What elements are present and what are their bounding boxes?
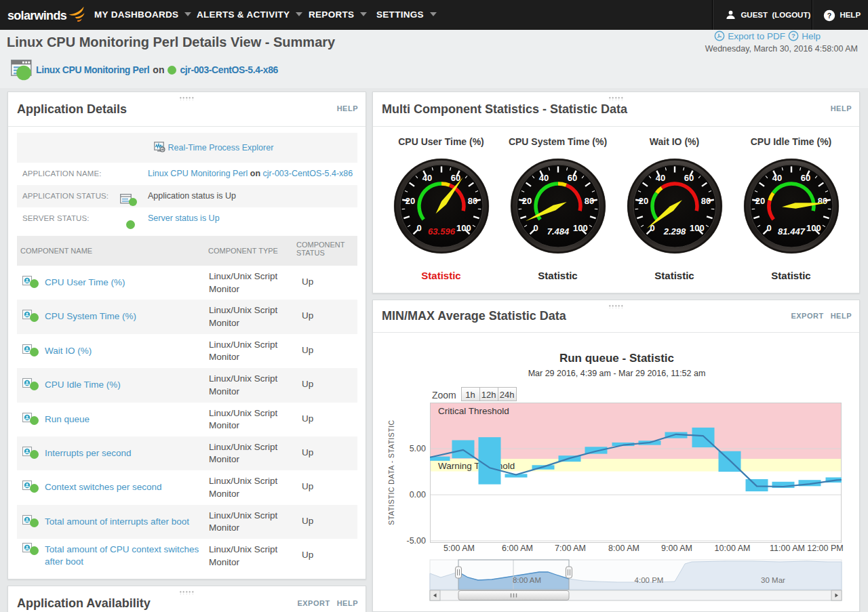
svg-text:20: 20 — [521, 196, 531, 206]
svg-text:5.00: 5.00 — [410, 444, 426, 453]
svg-text:9:00 AM: 9:00 AM — [661, 544, 692, 553]
svg-text:80: 80 — [467, 196, 477, 206]
svg-text:100: 100 — [573, 223, 588, 233]
svg-text:80: 80 — [701, 196, 710, 206]
svg-text:20: 20 — [638, 196, 648, 206]
svg-text:7:00 AM: 7:00 AM — [555, 544, 586, 553]
svg-text:100: 100 — [806, 223, 821, 233]
svg-text:60: 60 — [800, 173, 810, 183]
svg-text:7.484: 7.484 — [547, 226, 569, 237]
svg-text:80: 80 — [584, 196, 593, 206]
svg-text:0.00: 0.00 — [410, 490, 426, 499]
svg-text:100: 100 — [456, 223, 471, 233]
svg-text:40: 40 — [655, 173, 665, 183]
svg-text:0: 0 — [533, 223, 538, 233]
svg-text:0: 0 — [416, 223, 421, 233]
svg-text:8:00 AM: 8:00 AM — [608, 544, 639, 553]
svg-text:Warning Threshold: Warning Threshold — [438, 461, 515, 471]
svg-text:0: 0 — [766, 223, 771, 233]
svg-text:Critical Threshold: Critical Threshold — [438, 406, 509, 416]
svg-text:?: ? — [827, 12, 832, 20]
svg-text:100: 100 — [690, 223, 705, 233]
svg-text:40: 40 — [538, 173, 548, 183]
svg-text:40: 40 — [772, 173, 781, 183]
svg-text:63.596: 63.596 — [428, 226, 456, 237]
svg-text:11:00 AM: 11:00 AM — [770, 544, 805, 553]
svg-text:4:00 PM: 4:00 PM — [635, 576, 664, 584]
svg-text:20: 20 — [405, 196, 414, 206]
svg-text:5:00 AM: 5:00 AM — [443, 544, 475, 553]
svg-text:STATISTIC DATA - STATISTIC: STATISTIC DATA - STATISTIC — [387, 420, 395, 525]
svg-text:12:00 PM: 12:00 PM — [807, 544, 844, 553]
svg-text:80: 80 — [817, 196, 827, 206]
svg-text:6:00 AM: 6:00 AM — [502, 544, 533, 553]
svg-text:8:00 AM: 8:00 AM — [513, 576, 541, 584]
svg-text:60: 60 — [567, 173, 576, 183]
svg-text:2.298: 2.298 — [663, 226, 686, 237]
svg-text:10:00 AM: 10:00 AM — [715, 544, 751, 553]
svg-text:81.447: 81.447 — [778, 226, 806, 237]
svg-text:20: 20 — [755, 196, 764, 206]
svg-text:-5.00: -5.00 — [407, 536, 427, 546]
svg-text:?: ? — [792, 32, 796, 39]
svg-text:60: 60 — [684, 173, 693, 183]
svg-text:30 Mar: 30 Mar — [761, 576, 785, 584]
svg-text:40: 40 — [422, 173, 431, 183]
